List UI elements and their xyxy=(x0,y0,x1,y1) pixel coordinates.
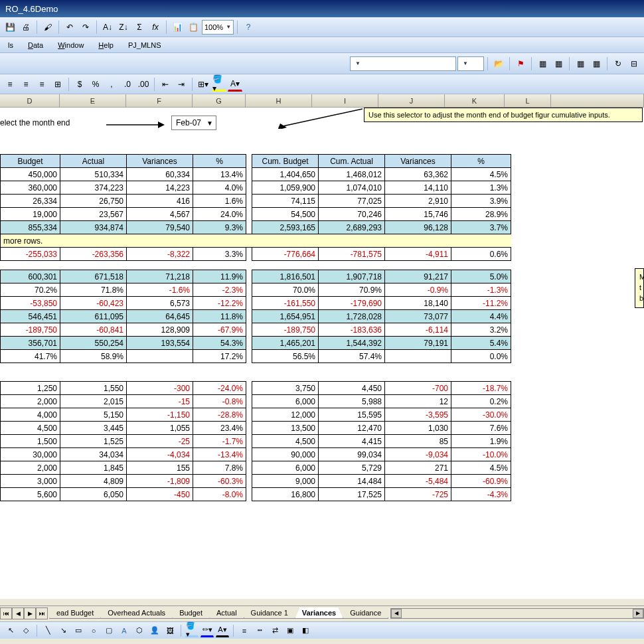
line-color-button[interactable]: ✏▾ xyxy=(201,624,214,637)
table-row[interactable]: 4,0005,150-1,150-28.8%12,00015,595-3,595… xyxy=(1,408,511,422)
menu-window[interactable]: Window xyxy=(55,40,86,50)
tab-next-button[interactable]: ▶ xyxy=(24,607,36,619)
zoom-dropdown[interactable]: 100% ▼ xyxy=(202,20,234,35)
sheet-tab[interactable]: Variances xyxy=(295,607,343,619)
table-row[interactable]: -189,750-60,841128,909-67.9%-189,750-183… xyxy=(1,323,511,337)
month-end-dropdown[interactable]: Feb-07 ▼ xyxy=(171,116,216,130)
column-header[interactable]: I xyxy=(312,94,378,107)
sort-asc-button[interactable]: A↓ xyxy=(100,20,115,35)
table-row[interactable]: 2,0001,8451557.8%6,0005,7292714.5% xyxy=(1,461,511,475)
menu-data[interactable]: Data xyxy=(25,40,46,50)
menu-pjmlns[interactable]: PJ_MLNS xyxy=(125,40,164,50)
tab-last-button[interactable]: ⏭ xyxy=(36,607,48,619)
oval-button[interactable]: ○ xyxy=(87,624,100,637)
help-button[interactable]: ? xyxy=(241,20,256,35)
currency-button[interactable]: $ xyxy=(72,77,87,92)
autoshapes-button[interactable]: ◇ xyxy=(19,624,33,637)
sheet-tab[interactable]: Guidance xyxy=(343,607,388,619)
table-row[interactable]: 3,0004,809-1,809-60.3%9,00014,484-5,484-… xyxy=(1,475,511,488)
sheet-tab[interactable]: Actual xyxy=(209,607,244,619)
align-left-button[interactable]: ≡ xyxy=(3,77,17,92)
align-center-button[interactable]: ≡ xyxy=(19,77,33,92)
table-row[interactable]: 855,334934,87479,5409.3%2,593,1652,689,2… xyxy=(1,221,511,234)
arrow-style-button[interactable]: ⇄ xyxy=(268,624,282,637)
grid2-button[interactable]: ▦ xyxy=(551,56,566,71)
table-row[interactable]: 70.2%71.8%-1.6%-2.3%70.0%70.9%-0.9%-1.3% xyxy=(1,283,511,297)
menu-ls[interactable]: ls xyxy=(5,40,16,50)
menu-help[interactable]: Help xyxy=(96,40,116,50)
flag-button[interactable]: ⚑ xyxy=(513,56,528,71)
column-header[interactable]: G xyxy=(193,94,246,107)
table-row[interactable]: 356,701550,254193,55454.3%1,465,2011,544… xyxy=(1,337,511,350)
column-header[interactable]: D xyxy=(0,94,60,107)
sheet-tab[interactable]: Budget xyxy=(172,607,210,619)
column-header[interactable]: K xyxy=(445,94,505,107)
table-row[interactable]: 4,5003,4451,05523.4%13,50012,4701,0307.6… xyxy=(1,422,511,435)
textbox-button[interactable]: ▢ xyxy=(102,624,116,637)
table-row[interactable]: 2,0002,015-15-0.8%6,0005,988120.2% xyxy=(1,395,511,408)
table-row[interactable]: 19,00023,5674,56724.0%54,50070,24615,746… xyxy=(1,208,511,221)
undo-button[interactable]: ↶ xyxy=(62,20,77,35)
arrow-button[interactable]: ↘ xyxy=(56,624,70,637)
chart-button[interactable]: 📊 xyxy=(170,20,185,35)
font-name-dropdown[interactable]: ▼ xyxy=(350,56,456,71)
horizontal-scrollbar[interactable]: ◀ ▶ xyxy=(390,608,644,619)
rectangle-button[interactable]: ▭ xyxy=(72,624,85,637)
align-right-button[interactable]: ≡ xyxy=(35,77,49,92)
fill-color-button[interactable]: 🪣▾ xyxy=(212,77,226,92)
worksheet-area[interactable]: elect the month end Feb-07 ▼ Use this se… xyxy=(0,108,644,599)
column-header[interactable]: H xyxy=(246,94,312,107)
grid4-button[interactable]: ▦ xyxy=(589,56,604,71)
tab-prev-button[interactable]: ◀ xyxy=(12,607,24,619)
comma-button[interactable]: , xyxy=(104,77,119,92)
save-button[interactable]: 💾 xyxy=(3,20,17,35)
open-button[interactable]: 📂 xyxy=(491,56,506,71)
table-row[interactable]: 360,000374,22314,2234.0%1,059,9001,074,0… xyxy=(1,181,511,195)
print-button[interactable]: 🖨 xyxy=(19,20,33,35)
paint-button[interactable]: 🖌 xyxy=(40,20,55,35)
shadow-button[interactable]: ▣ xyxy=(283,624,297,637)
pivot-button[interactable]: 📋 xyxy=(186,20,201,35)
fx-button[interactable]: fx xyxy=(148,20,163,35)
sheet-tab[interactable]: Overhead Actuals xyxy=(100,607,173,619)
clipart-button[interactable]: 👤 xyxy=(148,624,161,637)
column-header[interactable]: F xyxy=(126,94,193,107)
percent-button[interactable]: % xyxy=(88,77,103,92)
tab-first-button[interactable]: ⏮ xyxy=(0,607,12,619)
3d-button[interactable]: ◧ xyxy=(299,624,312,637)
increase-decimal-button[interactable]: .0 xyxy=(120,77,135,92)
dash-button[interactable]: ┅ xyxy=(253,624,266,637)
table-row[interactable]: 5,6006,050-450-8.0%16,80017,525-725-4.3% xyxy=(1,488,511,501)
fill-button[interactable]: 🪣▾ xyxy=(185,624,199,637)
wordart-button[interactable]: A xyxy=(118,624,131,637)
picture-button[interactable]: 🖼 xyxy=(163,624,177,637)
table-row[interactable]: 546,451611,09564,64511.8%1,654,9511,728,… xyxy=(1,310,511,323)
table-row[interactable]: 26,33426,7504161.6%74,11577,0252,9103.9% xyxy=(1,195,511,208)
font-color-button[interactable]: A▾ xyxy=(228,77,242,92)
table-row[interactable]: -255,033-263,356-8,3223.3%-776,664-781,5… xyxy=(1,248,511,261)
font-size-dropdown[interactable]: ▼ xyxy=(457,56,484,71)
decrease-indent-button[interactable]: ⇤ xyxy=(158,77,173,92)
sheet-tab[interactable]: ead Budget xyxy=(49,607,101,619)
table-row[interactable]: 41.7%58.9%17.2%56.5%57.4%0.0% xyxy=(1,350,511,363)
diagram-button[interactable]: ⬡ xyxy=(133,624,146,637)
select-button[interactable]: ↖ xyxy=(4,624,17,637)
table-row[interactable]: 1,5001,525-25-1.7%4,5004,415851.9% xyxy=(1,435,511,448)
grid1-button[interactable]: ▦ xyxy=(535,56,550,71)
text-color-button[interactable]: A▾ xyxy=(216,624,229,637)
line-button[interactable]: ╲ xyxy=(41,624,54,637)
collapse-button[interactable]: ⊟ xyxy=(627,56,641,71)
grid3-button[interactable]: ▦ xyxy=(573,56,588,71)
table-row[interactable]: -53,850-60,4236,573-12.2%-161,550-179,69… xyxy=(1,297,511,310)
increase-indent-button[interactable]: ⇥ xyxy=(174,77,189,92)
column-header[interactable]: J xyxy=(378,94,445,107)
borders-button[interactable]: ⊞▾ xyxy=(196,77,210,92)
line-weight-button[interactable]: ≡ xyxy=(238,624,251,637)
merge-button[interactable]: ⊞ xyxy=(50,77,65,92)
column-header[interactable]: E xyxy=(60,94,126,107)
table-row[interactable]: 30,00034,034-4,034-13.4%90,00099,034-9,0… xyxy=(1,448,511,461)
sort-desc-button[interactable]: Z↓ xyxy=(116,20,131,35)
column-header[interactable]: L xyxy=(505,94,551,107)
refresh-button[interactable]: ↻ xyxy=(611,56,625,71)
sum-button[interactable]: Σ xyxy=(132,20,147,35)
